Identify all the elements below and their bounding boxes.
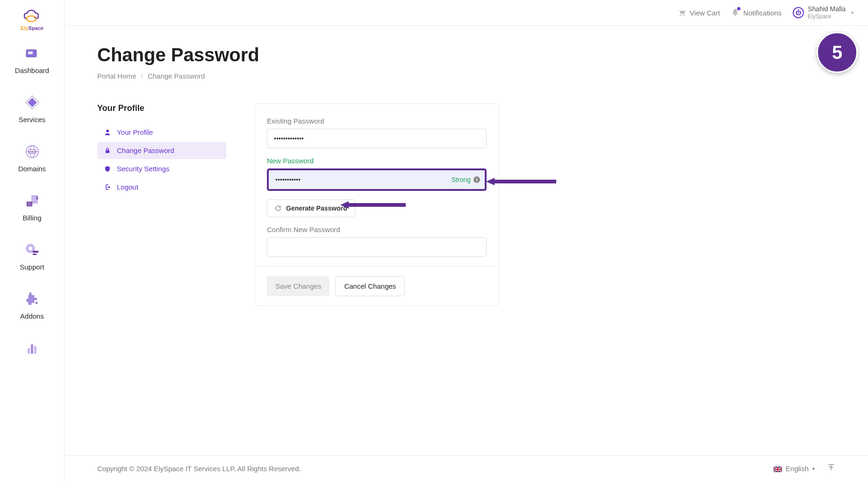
svg-point-18 xyxy=(29,204,30,205)
svg-rect-22 xyxy=(33,251,38,253)
new-password-label: New Password xyxy=(267,157,487,165)
page-title: Change Password xyxy=(97,44,835,66)
svg-point-28 xyxy=(680,15,681,16)
sidebar-item-label: Addons xyxy=(20,312,44,320)
svg-rect-3 xyxy=(28,51,33,54)
view-cart-label: View Cart xyxy=(690,9,720,17)
sidebar-item-billing[interactable]: $ Billing xyxy=(22,191,41,222)
topbar: View Cart Notifications ⏻ Shahid Malla E… xyxy=(65,0,868,26)
cancel-button[interactable]: Cancel Changes xyxy=(335,276,405,296)
cloud-logo-icon xyxy=(22,8,43,24)
copyright: Copyright © 2024 ElySpace IT Services LL… xyxy=(97,465,301,473)
chart-icon xyxy=(23,339,42,357)
step-badge: 5 xyxy=(817,32,858,73)
services-icon xyxy=(23,93,42,112)
profile-side-menu: Your Profile Your Profile Change Passwor… xyxy=(97,103,226,197)
scroll-to-top-button[interactable] xyxy=(827,463,835,474)
side-menu-change-password[interactable]: Change Password xyxy=(97,142,226,159)
addons-icon: + xyxy=(23,290,42,308)
side-menu-your-profile[interactable]: Your Profile xyxy=(97,124,226,141)
side-menu-label: Security Settings xyxy=(117,165,170,173)
brand-name: ElySpace xyxy=(21,25,43,31)
user-menu[interactable]: ⏻ Shahid Malla ElySpace ▾ xyxy=(793,5,854,20)
breadcrumb: Portal Home / Change Password xyxy=(97,72,835,80)
sidebar-item-dashboard[interactable]: Dashboard xyxy=(15,44,49,74)
main-content: Change Password Portal Home / Change Pas… xyxy=(65,26,868,455)
svg-point-16 xyxy=(30,203,31,204)
user-name: Shahid Malla xyxy=(808,5,846,13)
sidebar-item-support[interactable]: Support xyxy=(20,240,44,271)
view-cart-button[interactable]: View Cart xyxy=(677,8,720,17)
svg-rect-23 xyxy=(33,254,36,255)
footer: Copyright © 2024 ElySpace IT Services LL… xyxy=(65,455,868,481)
generate-password-button[interactable]: Generate Password xyxy=(267,199,355,217)
svg-point-30 xyxy=(735,15,736,16)
svg-text:+: + xyxy=(35,300,38,306)
notifications-button[interactable]: Notifications xyxy=(731,8,782,18)
logout-icon xyxy=(104,183,111,191)
svg-point-31 xyxy=(106,130,109,132)
side-menu-label: Your Profile xyxy=(117,128,153,136)
side-menu-title: Your Profile xyxy=(97,103,226,113)
password-strength: Strong i xyxy=(452,176,480,183)
dashboard-icon xyxy=(22,44,41,63)
svg-point-21 xyxy=(29,247,32,250)
side-menu-label: Logout xyxy=(117,183,138,191)
strength-label: Strong xyxy=(452,176,471,183)
sidebar-item-more[interactable] xyxy=(23,339,42,357)
sidebar: ElySpace Dashboard Services www Domains … xyxy=(0,0,65,481)
existing-password-label: Existing Password xyxy=(267,117,487,125)
sidebar-item-domains[interactable]: www Domains xyxy=(18,142,46,173)
confirm-password-label: Confirm New Password xyxy=(267,226,487,233)
billing-icon: $ xyxy=(23,191,42,210)
svg-rect-27 xyxy=(34,346,36,354)
sidebar-item-label: Support xyxy=(20,263,44,271)
generate-password-label: Generate Password xyxy=(286,204,347,212)
breadcrumb-current: Change Password xyxy=(148,72,205,80)
sidebar-item-addons[interactable]: + Addons xyxy=(20,290,44,320)
sidebar-item-label: Billing xyxy=(22,214,41,222)
language-selector[interactable]: English ▾ xyxy=(774,465,815,473)
svg-text:$: $ xyxy=(36,196,38,200)
uk-flag-icon xyxy=(774,466,782,471)
brand-logo[interactable]: ElySpace xyxy=(21,8,43,31)
sidebar-item-label: Dashboard xyxy=(15,66,49,74)
confirm-password-input[interactable] xyxy=(267,237,487,257)
side-menu-logout[interactable]: Logout xyxy=(97,178,226,196)
breadcrumb-separator: / xyxy=(141,72,143,80)
svg-rect-32 xyxy=(106,150,109,153)
support-icon xyxy=(22,240,41,259)
svg-rect-26 xyxy=(31,344,33,354)
user-sub: ElySpace xyxy=(808,13,846,20)
refresh-icon xyxy=(275,205,281,211)
svg-point-14 xyxy=(28,203,29,204)
svg-rect-13 xyxy=(27,202,32,206)
chevron-down-icon: ▾ xyxy=(851,10,854,16)
svg-rect-25 xyxy=(28,348,30,354)
svg-text:www: www xyxy=(28,150,35,153)
info-icon[interactable]: i xyxy=(473,176,480,183)
svg-point-17 xyxy=(28,204,29,205)
existing-password-input[interactable] xyxy=(267,129,487,148)
user-icon xyxy=(104,129,111,136)
svg-point-0 xyxy=(27,16,36,22)
notifications-label: Notifications xyxy=(743,9,782,17)
bell-icon xyxy=(731,8,739,18)
power-icon: ⏻ xyxy=(793,7,804,18)
sidebar-item-label: Services xyxy=(19,116,46,124)
lock-icon xyxy=(104,147,111,154)
save-button[interactable]: Save Changes xyxy=(267,276,330,296)
sidebar-item-services[interactable]: Services xyxy=(19,93,46,124)
change-password-card: Existing Password New Password Strong i … xyxy=(254,103,499,306)
breadcrumb-home[interactable]: Portal Home xyxy=(97,72,136,80)
side-menu-security-settings[interactable]: Security Settings xyxy=(97,160,226,177)
svg-point-19 xyxy=(30,204,31,205)
side-menu-label: Change Password xyxy=(117,146,174,154)
cart-icon xyxy=(677,8,686,17)
domains-icon: www xyxy=(23,142,42,161)
language-label: English xyxy=(786,465,809,473)
shield-icon xyxy=(104,165,111,173)
sidebar-item-label: Domains xyxy=(18,165,46,173)
svg-point-29 xyxy=(683,15,684,16)
chevron-down-icon: ▾ xyxy=(812,466,815,471)
